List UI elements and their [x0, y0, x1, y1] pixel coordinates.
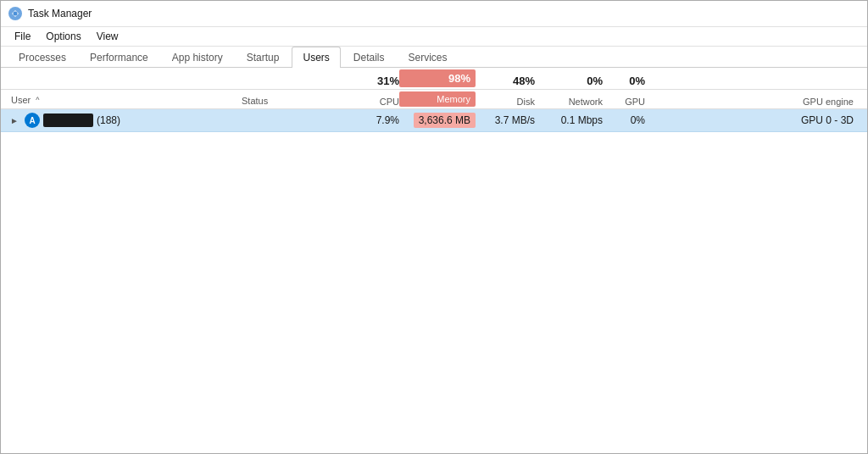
memory-percent: 98%: [404, 72, 470, 85]
memory-value: 3,636.6 MB: [414, 113, 476, 128]
memory-column-label: Memory: [404, 94, 470, 104]
col-cpu-label[interactable]: CPU: [340, 97, 399, 107]
tab-app-history[interactable]: App history: [161, 47, 234, 68]
gpu-engine-value: GPU 0 - 3D: [801, 114, 854, 126]
svg-point-1: [14, 12, 18, 16]
tab-users[interactable]: Users: [292, 47, 340, 68]
col-disk-stat: 48%: [476, 75, 535, 87]
col-status-label[interactable]: Status: [238, 95, 340, 107]
gpu-engine-column-label: GPU engine: [645, 97, 854, 107]
memory-label-box: Memory: [399, 91, 476, 107]
menu-view[interactable]: View: [90, 29, 125, 44]
content-area: 31% 98% 48% 0% 0%: [1, 68, 867, 453]
col-user-label[interactable]: User ^: [1, 93, 238, 107]
disk-cell: 3.7 MB/s: [476, 114, 535, 126]
window-title: Task Manager: [28, 8, 92, 19]
gpu-column-label: GPU: [603, 97, 645, 107]
user-process-count: (188): [97, 114, 120, 126]
tab-processes[interactable]: Processes: [8, 47, 77, 68]
col-gpu-engine-label[interactable]: GPU engine: [645, 97, 867, 107]
gpu-value: 0%: [631, 114, 645, 126]
tabbar: Processes Performance App history Startu…: [1, 47, 867, 68]
user-cell: ► A ██████ (188): [1, 113, 238, 128]
col-network-stat: 0%: [535, 75, 603, 87]
users-table: 31% 98% 48% 0% 0%: [1, 68, 867, 453]
tab-services[interactable]: Services: [398, 47, 459, 68]
sort-arrow-icon: ^: [36, 96, 39, 104]
gpu-percent: 0%: [603, 75, 645, 87]
col-gpu-label[interactable]: GPU: [603, 97, 645, 107]
col-memory-label[interactable]: Memory: [399, 91, 476, 107]
network-percent: 0%: [535, 75, 603, 87]
app-icon: [8, 6, 23, 21]
memory-cell-container: 3,636.6 MB: [399, 114, 476, 126]
table-column-labels: User ^ Status CPU Memory Disk: [1, 90, 867, 109]
menubar: File Options View: [1, 27, 867, 47]
col-gpu-stat: 0%: [603, 75, 645, 87]
tab-performance[interactable]: Performance: [79, 47, 159, 68]
user-column-label: User: [8, 93, 34, 107]
network-column-label: Network: [535, 97, 603, 107]
menu-options[interactable]: Options: [39, 29, 87, 44]
cpu-percent: 31%: [340, 75, 399, 87]
expand-button[interactable]: ►: [8, 114, 21, 127]
col-network-label[interactable]: Network: [535, 97, 603, 107]
memory-header-box: 98%: [399, 69, 476, 87]
user-name-redacted: ██████: [43, 114, 93, 127]
status-column-label: Status: [238, 94, 271, 108]
disk-value: 3.7 MB/s: [495, 114, 535, 126]
gpu-engine-cell: GPU 0 - 3D: [645, 114, 867, 126]
cpu-column-label: CPU: [340, 97, 399, 107]
cpu-cell: 7.9%: [340, 114, 399, 126]
col-disk-label[interactable]: Disk: [476, 97, 535, 107]
menu-file[interactable]: File: [8, 29, 37, 44]
disk-column-label: Disk: [476, 97, 535, 107]
gpu-cell: 0%: [603, 114, 645, 126]
cpu-value: 7.9%: [376, 114, 399, 126]
table-stats-header: 31% 98% 48% 0% 0%: [1, 68, 867, 90]
tab-startup[interactable]: Startup: [236, 47, 291, 68]
network-value: 0.1 Mbps: [561, 114, 603, 126]
col-cpu-stat: 31%: [340, 75, 399, 87]
table-row[interactable]: ► A ██████ (188) 7.9% 3,636.6 MB: [1, 109, 867, 132]
col-memory-stat: 98%: [399, 69, 476, 87]
network-cell: 0.1 Mbps: [535, 114, 603, 126]
task-manager-window: Task Manager File Options View Processes…: [0, 0, 868, 454]
avatar: A: [25, 113, 40, 128]
tab-details[interactable]: Details: [342, 47, 396, 68]
disk-percent: 48%: [476, 75, 535, 87]
titlebar: Task Manager: [1, 1, 867, 27]
